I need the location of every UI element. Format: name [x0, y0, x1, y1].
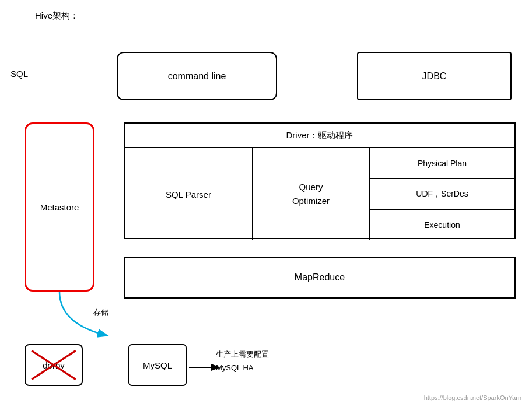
command-line-label: command line — [168, 71, 226, 82]
mysql-box: MySQL — [128, 344, 187, 386]
sql-parser-cell: SQL Parser — [125, 148, 253, 240]
storage-label: 存储 — [93, 307, 108, 318]
physical-plan-cell: Physical Plan — [370, 148, 514, 179]
driver-inner-row: SQL Parser QueryOptimizer Physical Plan … — [125, 148, 514, 240]
metastore-box: Metastore — [24, 122, 94, 292]
page-container: Hive架构： SQL command line JDBC Metastore … — [0, 0, 532, 407]
page-title: Hive架构： — [35, 10, 79, 22]
jdbc-label: JDBC — [422, 71, 447, 82]
watermark: https://blog.csdn.net/SparkOnYarn — [424, 394, 522, 401]
derby-label: derby — [43, 360, 65, 370]
sql-label: SQL — [10, 69, 28, 79]
production-label: 生产上需要配置 MySQL HA — [216, 348, 269, 375]
driver-outer-box: Driver：驱动程序 SQL Parser QueryOptimizer Ph… — [124, 122, 516, 239]
sql-parser-label: SQL Parser — [166, 190, 211, 199]
execution-label: Execution — [424, 220, 460, 230]
prod-label-line2: MySQL HA — [216, 363, 254, 372]
command-line-box: command line — [117, 52, 277, 100]
udf-serdes-label: UDF，SerDes — [416, 189, 468, 199]
jdbc-box: JDBC — [357, 52, 512, 100]
query-optimizer-label: QueryOptimizer — [292, 180, 330, 208]
udf-serdes-cell: UDF，SerDes — [370, 179, 514, 210]
mysql-label: MySQL — [143, 360, 172, 370]
metastore-label: Metastore — [40, 202, 79, 212]
derby-box: derby — [24, 344, 83, 386]
query-optimizer-cell: QueryOptimizer — [253, 148, 370, 240]
mapreduce-box: MapReduce — [124, 257, 516, 299]
right-cells: Physical Plan UDF，SerDes Execution — [370, 148, 514, 240]
mapreduce-label: MapReduce — [295, 272, 345, 283]
driver-title: Driver：驱动程序 — [125, 124, 514, 148]
execution-cell: Execution — [370, 210, 514, 240]
physical-plan-label: Physical Plan — [418, 159, 467, 168]
prod-label-line1: 生产上需要配置 — [216, 350, 269, 359]
